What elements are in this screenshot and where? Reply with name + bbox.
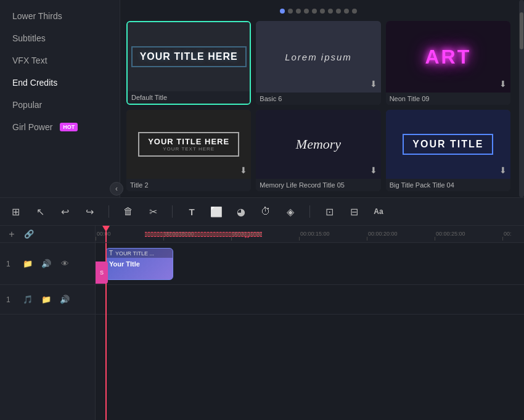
video-track-lane[interactable]: S T YOUR TITLE ... Your TItle <box>96 243 524 285</box>
sidebar-item-lower-thirds[interactable]: Lower Thirds <box>0 5 120 27</box>
card-neon-title[interactable]: ART ⬇ Neon Title 09 <box>386 21 510 105</box>
audio-track-number: 1 <box>6 295 16 304</box>
time-marker-label: S <box>100 270 104 276</box>
pagination-dot-5[interactable] <box>320 9 325 14</box>
audio-track-music-button[interactable]: 🎵 <box>21 293 35 307</box>
toolbar-undo-button[interactable]: ↩ <box>57 204 73 220</box>
pagination-dot-9[interactable] <box>352 9 357 14</box>
download-icon[interactable]: ⬇ <box>240 165 247 175</box>
scrollbar-thumb <box>520 12 523 49</box>
toolbar-select-button[interactable]: ↖ <box>32 204 48 220</box>
card-title-2[interactable]: YOUR TITLE HERE YOUR TEXT HERE ⬇ Title 2 <box>126 110 251 191</box>
pagination-dot-0[interactable] <box>280 9 285 14</box>
content-area: YOUR TITLE HERE Default Title Lorem ipsu… <box>120 0 517 197</box>
video-track-folder-button[interactable]: 📁 <box>21 257 35 271</box>
collapse-sidebar-button[interactable]: ‹ <box>110 182 123 196</box>
card-preview: Lorem ipsum ⬇ <box>256 21 380 93</box>
card-memory-life[interactable]: Memory ⬇ Memory Life Record Title 05 <box>256 110 380 191</box>
sidebar-item-subtitles[interactable]: Subtitles <box>0 27 120 49</box>
tracks-body: S T YOUR TITLE ... Your TItle <box>96 243 524 420</box>
timeline-content: 00:0000:00:05:0000:00:10:0000:00:15:0000… <box>96 226 524 420</box>
sidebar-item-popular[interactable]: Popular <box>0 94 120 116</box>
sidebar-item-label: Popular <box>12 100 42 110</box>
card-preview: ART ⬇ <box>386 21 510 93</box>
sidebar-item-label: Lower Thirds <box>12 11 62 21</box>
title-clip-label: YOUR TITLE ... <box>115 250 154 257</box>
card-basic-6[interactable]: Lorem ipsum ⬇ Basic 6 <box>256 21 380 105</box>
ruler-tick <box>231 237 299 241</box>
sidebar-item-label: End Credits <box>12 78 57 88</box>
card-preview-text: Lorem ipsum <box>285 52 352 62</box>
audio-track-control: 1 🎵 📁 🔊 <box>0 285 95 315</box>
toolbar-more1-button[interactable]: ⊡ <box>321 204 337 220</box>
ruler-tick <box>163 237 231 241</box>
track-controls: + 🔗 1 📁 🔊 👁 1 🎵 📁 🔊 <box>0 226 96 420</box>
card-preview: Memory ⬇ <box>256 110 380 179</box>
toolbar-text-button[interactable]: T <box>184 204 200 220</box>
bigtitle-inner: YOUR TITLE <box>403 134 493 155</box>
toolbar-crop-button[interactable]: ⬜ <box>208 204 224 220</box>
video-track-control: 1 📁 🔊 👁 <box>0 243 95 285</box>
pagination-dot-1[interactable] <box>288 9 293 14</box>
ruler-label: 00:00:20:00 <box>367 231 398 237</box>
ruler-tick <box>367 237 435 241</box>
ruler-label: 00: <box>502 231 512 237</box>
sidebar-item-end-credits[interactable]: End Credits <box>0 72 120 94</box>
ruler-tick <box>435 237 502 241</box>
templates-grid: YOUR TITLE HERE Default Title Lorem ipsu… <box>126 21 510 191</box>
card-label: Title 2 <box>126 179 251 191</box>
video-track-audio-button[interactable]: 🔊 <box>39 257 53 271</box>
download-icon[interactable]: ⬇ <box>499 165 507 175</box>
ruler-label: 00:00:25:00 <box>435 231 465 237</box>
sidebar: Lower Thirds Subtitles VFX Text End Cred… <box>0 0 120 197</box>
pagination-dot-6[interactable] <box>328 9 333 14</box>
download-icon[interactable]: ⬇ <box>499 79 507 89</box>
title2-inner: YOUR TITLE HERE YOUR TEXT HERE <box>138 132 239 157</box>
scrollbar[interactable] <box>519 0 524 197</box>
audio-track-volume-button[interactable]: 🔊 <box>58 293 72 307</box>
toolbar-speed-button[interactable]: ⏱ <box>258 204 274 220</box>
toolbar-delete-button[interactable]: 🗑 <box>120 204 136 220</box>
video-track-eye-button[interactable]: 👁 <box>58 257 72 271</box>
add-track-button[interactable]: + <box>5 228 18 241</box>
card-label: Neon Title 09 <box>386 93 510 105</box>
link-tracks-button[interactable]: 🔗 <box>22 228 36 241</box>
audio-track-lane[interactable] <box>96 285 524 315</box>
time-marker: S <box>96 261 108 284</box>
card-preview-text: Memory <box>296 136 341 152</box>
sidebar-item-girl-power[interactable]: Girl Power HOT <box>0 116 120 138</box>
pagination-dot-4[interactable] <box>312 9 317 14</box>
pagination-dots <box>126 6 510 16</box>
card-default-title[interactable]: YOUR TITLE HERE Default Title <box>126 21 251 105</box>
card-big-title-pack[interactable]: YOUR TITLE ⬇ Big Title Pack Title 04 <box>386 110 510 191</box>
download-icon[interactable]: ⬇ <box>370 79 377 89</box>
card-preview: YOUR TITLE HERE YOUR TEXT HERE ⬇ <box>126 110 251 179</box>
toolbar-separator-2 <box>172 205 173 218</box>
card-label: Default Title <box>128 91 250 104</box>
toolbar: ⊞ ↖ ↩ ↪ 🗑 ✂ T ⬜ ◕ ⏱ ◈ ⊡ ⊟ Aa <box>0 197 524 226</box>
pagination-dot-2[interactable] <box>296 9 301 14</box>
card-preview-text: YOUR TITLE HERE <box>131 46 247 67</box>
playhead-ruler <box>105 226 107 242</box>
card-preview-text: YOUR TITLE HERE <box>148 137 229 146</box>
card-label: Basic 6 <box>256 93 380 105</box>
sidebar-item-label: Girl Power <box>12 122 52 132</box>
toolbar-redo-button[interactable]: ↪ <box>81 204 97 220</box>
audio-track-folder-button[interactable]: 📁 <box>39 293 53 307</box>
download-icon[interactable]: ⬇ <box>370 165 377 175</box>
title-clip-body: Your TItle <box>106 258 173 270</box>
pagination-dot-7[interactable] <box>336 9 341 14</box>
toolbar-effects-button[interactable]: ◈ <box>282 204 298 220</box>
toolbar-cut-button[interactable]: ✂ <box>145 204 161 220</box>
pagination-dot-3[interactable] <box>304 9 309 14</box>
sidebar-item-label: VFX Text <box>12 56 47 65</box>
title-clip[interactable]: T YOUR TITLE ... Your TItle <box>105 248 173 280</box>
toolbar-more2-button[interactable]: ⊟ <box>346 204 362 220</box>
toolbar-group-button[interactable]: ⊞ <box>7 204 23 220</box>
toolbar-more3-button[interactable]: Aa <box>370 204 387 220</box>
toolbar-color-button[interactable]: ◕ <box>233 204 249 220</box>
sidebar-item-vfx-text[interactable]: VFX Text <box>0 49 120 72</box>
timeline-ruler: 00:0000:00:05:0000:00:10:0000:00:15:0000… <box>96 226 524 243</box>
pagination-dot-8[interactable] <box>344 9 349 14</box>
ruler-tick <box>299 237 367 241</box>
